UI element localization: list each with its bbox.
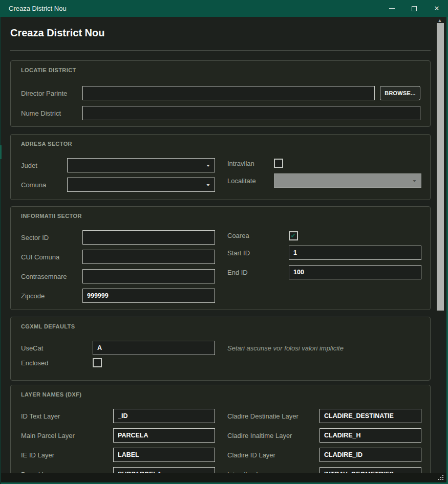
hidden-settings-note: Setari ascunse vor folosi valori implici… (227, 341, 344, 355)
window-title: Creaza District Nou (9, 5, 67, 12)
director-parinte-label: Director Parinte (21, 86, 82, 100)
id-text-layer-field[interactable] (113, 409, 215, 423)
comuna-dropdown[interactable]: ▼ (67, 178, 215, 192)
section-informatii-sector: INFORMATII SECTOR Sector ID CUI Comuna C… (10, 206, 431, 310)
titlebar[interactable]: Creaza District Nou ✕ (0, 0, 448, 17)
zipcode-label: Zipcode (21, 289, 82, 303)
browse-button[interactable]: BROWSE... (380, 86, 420, 100)
usecat-field[interactable] (93, 341, 215, 355)
sector-id-label: Sector ID (21, 230, 82, 245)
window-bottom-strip (0, 473, 448, 482)
start-id-field[interactable] (289, 246, 421, 260)
enclosed-checkbox[interactable] (93, 358, 102, 367)
resize-grip[interactable] (438, 475, 444, 481)
resize-grip-icon (442, 475, 443, 476)
intravilan-label: Intravilan (227, 159, 274, 168)
minimize-button[interactable] (380, 0, 403, 17)
window-border-left (0, 17, 1, 484)
end-id-label: End ID (227, 265, 289, 279)
section-layer-names: LAYER NAMES (DXF) ID Text Layer Main Par… (10, 385, 431, 484)
cui-comuna-field[interactable] (82, 250, 215, 264)
cladire-inaltime-layer-label: Cladire Inaltime Layer (227, 428, 319, 443)
section-header: INFORMATII SECTOR (21, 213, 82, 219)
minimize-icon (389, 8, 395, 9)
localitate-dropdown: ▼ (274, 173, 421, 188)
nume-district-label: Nume District (21, 106, 82, 120)
close-icon: ✕ (434, 5, 440, 12)
maximize-button[interactable] (403, 0, 425, 17)
comuna-label: Comuna (21, 178, 67, 192)
section-header: LAYER NAMES (DXF) (21, 391, 81, 398)
cladire-id-layer-label: Cladire ID Layer (227, 448, 319, 462)
section-locatie-district: LOCATIE DISTRICT Director Parinte BROWSE… (10, 60, 431, 127)
ie-id-layer-label: IE ID Layer (21, 448, 113, 462)
judet-dropdown[interactable]: ▼ (67, 158, 215, 172)
sector-id-field[interactable] (82, 230, 215, 245)
id-text-layer-label: ID Text Layer (21, 409, 113, 423)
nume-district-field[interactable] (82, 106, 420, 120)
judet-label: Judet (21, 158, 67, 172)
section-header: ADRESA SECTOR (21, 141, 72, 147)
zipcode-field[interactable] (82, 289, 215, 303)
usecat-label: UseCat (21, 341, 93, 355)
section-cgxml-defaults: CGXML DEFAULTS UseCat Enclosed Setari as… (10, 317, 431, 381)
chevron-down-icon: ▼ (412, 179, 417, 183)
ie-id-layer-field[interactable] (113, 448, 215, 462)
intravilan-checkbox[interactable] (274, 159, 283, 168)
maximize-icon (412, 6, 417, 11)
coarea-label: Coarea (227, 231, 289, 240)
enclosed-label: Enclosed (21, 358, 93, 367)
director-parinte-field[interactable] (82, 86, 375, 100)
cladire-destinatie-layer-field[interactable] (319, 409, 421, 423)
cladire-inaltime-layer-field[interactable] (319, 428, 421, 443)
check-icon: ✔ (291, 232, 296, 239)
chevron-down-icon: ▼ (205, 164, 210, 167)
heading-divider (10, 50, 431, 51)
scrollbar-thumb[interactable] (437, 23, 444, 311)
section-adresa-sector: ADRESA SECTOR Judet ▼ Comuna ▼ Intravila… (10, 134, 431, 200)
cladire-destinatie-layer-label: Cladire Destinatie Layer (227, 409, 319, 423)
coarea-checkbox[interactable]: ✔ (289, 231, 298, 240)
contrasemnare-field[interactable] (82, 269, 215, 283)
start-id-label: Start ID (227, 246, 289, 260)
main-parcel-layer-field[interactable] (113, 428, 215, 443)
window-controls: ✕ (380, 0, 448, 17)
end-id-field[interactable] (289, 265, 421, 279)
section-header: CGXML DEFAULTS (21, 323, 75, 329)
contrasemnare-label: Contrasemnare (21, 269, 82, 283)
section-header: LOCATIE DISTRICT (21, 67, 76, 73)
main-parcel-layer-label: Main Parcel Layer (21, 428, 113, 443)
dialog-window: Creaza District Nou ✕ ▲ Creaza District … (0, 0, 448, 484)
close-button[interactable]: ✕ (425, 0, 448, 17)
cladire-id-layer-field[interactable] (319, 448, 421, 462)
window-border-left-accent (0, 145, 2, 159)
page-title: Creaza District Nou (10, 27, 105, 39)
chevron-down-icon: ▼ (205, 183, 210, 187)
cui-comuna-label: CUI Comuna (21, 250, 82, 264)
localitate-label: Localitate (227, 173, 274, 188)
